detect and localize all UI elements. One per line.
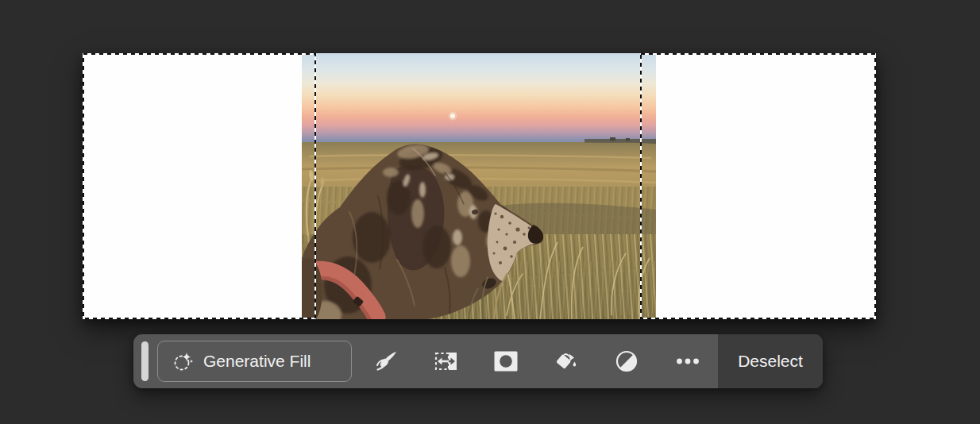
expand-arrows-icon bbox=[434, 349, 459, 374]
deselect-label: Deselect bbox=[738, 352, 803, 370]
half-circle-adjustment-icon bbox=[614, 349, 639, 374]
transform-expand-button[interactable] bbox=[429, 344, 464, 379]
generative-fill-button[interactable]: Generative Fill bbox=[157, 341, 352, 382]
dog-photo-layer bbox=[302, 53, 656, 319]
taskbar-drag-handle[interactable] bbox=[141, 341, 149, 381]
deselect-button[interactable]: Deselect bbox=[718, 334, 823, 388]
more-options-button[interactable] bbox=[670, 344, 705, 379]
fill-tool-button[interactable] bbox=[549, 344, 584, 379]
mask-tool-button[interactable] bbox=[488, 344, 523, 379]
selection-left-expand-area bbox=[83, 54, 315, 318]
sparkle-selection-icon bbox=[172, 351, 194, 372]
selection-right-expand-area bbox=[641, 54, 875, 318]
paint-bucket-icon bbox=[554, 349, 579, 374]
contextual-task-bar: Generative Fill bbox=[133, 334, 823, 388]
document-canvas[interactable] bbox=[83, 53, 876, 319]
generative-fill-label: Generative Fill bbox=[203, 352, 311, 371]
brush-icon bbox=[374, 349, 399, 374]
ellipsis-icon bbox=[675, 349, 700, 374]
mask-icon bbox=[493, 349, 519, 373]
brush-tool-button[interactable] bbox=[369, 344, 404, 379]
adjustment-tool-button[interactable] bbox=[609, 344, 644, 379]
